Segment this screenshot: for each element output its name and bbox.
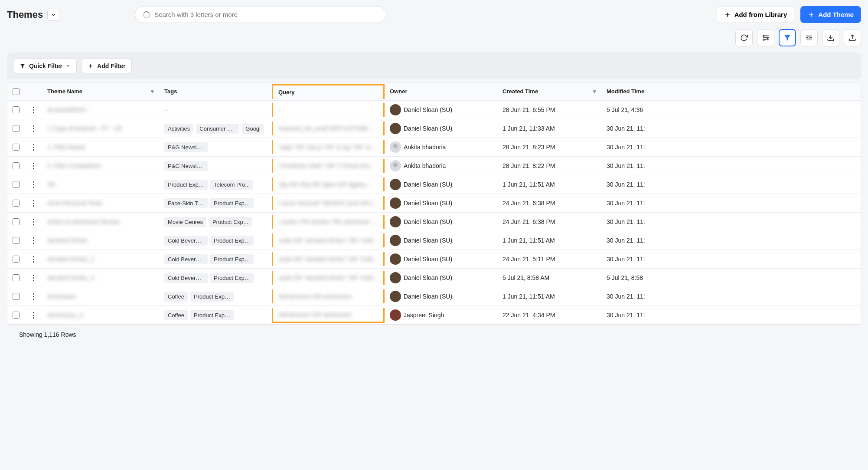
row-actions-button[interactable]: [33, 181, 34, 188]
table-row[interactable]: Action & Adventure MoviesMovie GenresPro…: [7, 213, 861, 231]
column-theme-name[interactable]: Theme Name ▾: [42, 85, 159, 98]
filter-toggle-button[interactable]: [779, 29, 796, 46]
tag-chip[interactable]: P&G Newslet...: [164, 161, 208, 171]
row-actions-button[interactable]: [33, 237, 34, 244]
row-checkbox[interactable]: [13, 274, 20, 281]
query-cell: #Americano OR americano: [272, 289, 385, 303]
row-actions-button[interactable]: [33, 219, 34, 225]
table-row[interactable]: AmericanoCoffeeProduct Expe...#Americano…: [7, 287, 861, 306]
table-row[interactable]: 3GProduct Expe...Telecom Pro...(3g OR #3…: [7, 175, 861, 194]
select-all-checkbox[interactable]: [13, 88, 20, 95]
column-modified-time[interactable]: Modified Time: [601, 85, 653, 98]
table-row[interactable]: 1 Copy of Android - PT - CEActivitiesCon…: [7, 119, 861, 138]
column-created-time[interactable]: Created Time ▾: [497, 85, 601, 98]
add-theme-button[interactable]: Add Theme: [800, 6, 861, 23]
tag-chip[interactable]: Activities: [164, 124, 193, 134]
title-dropdown-button[interactable]: [47, 9, 59, 21]
table-row[interactable]: #LearnWithSU----Daniel Sloan (SU)28 Jun …: [7, 101, 861, 119]
tag-chip[interactable]: Googl: [242, 124, 264, 134]
row-checkbox[interactable]: [13, 312, 20, 319]
columns-button[interactable]: [800, 29, 818, 46]
row-actions-button[interactable]: [33, 275, 34, 281]
theme-name: 3G: [47, 181, 55, 188]
row-checkbox[interactable]: [13, 106, 20, 113]
row-actions-button[interactable]: [33, 144, 34, 151]
upload-button[interactable]: [844, 29, 861, 46]
table-row[interactable]: 2. P&G CompetitorsP&G Newslet...("Kimber…: [7, 157, 861, 175]
tag-chip[interactable]: Product Expe...: [210, 273, 254, 283]
sliders-icon: [762, 34, 770, 42]
row-checkbox[interactable]: [13, 293, 20, 300]
row-actions-button[interactable]: [33, 107, 34, 113]
tag-chip[interactable]: Cold Beverag...: [164, 254, 208, 264]
theme-name: Aerated Drinks_2: [47, 256, 94, 263]
settings-button[interactable]: [757, 29, 774, 46]
row-checkbox[interactable]: [13, 144, 20, 151]
owner-cell: Daniel Sloan (SU): [385, 213, 497, 231]
row-checkbox[interactable]: [13, 162, 20, 169]
avatar: [390, 309, 401, 321]
tag-chip[interactable]: Coffee: [164, 310, 188, 320]
row-actions-button[interactable]: [33, 293, 34, 300]
modified-time-cell: 30 Jun 21, 11:: [601, 159, 653, 173]
table-row[interactable]: Aerated Drinks_3Cold Beverag...Product E…: [7, 269, 861, 287]
tags-cell: P&G Newslet...: [159, 139, 272, 156]
column-query[interactable]: Query: [272, 84, 385, 99]
owner-cell: Daniel Sloan (SU): [385, 269, 497, 287]
row-checkbox[interactable]: [13, 237, 20, 244]
row-checkbox[interactable]: [13, 256, 20, 263]
owner-cell: Ankita bhadoria: [385, 138, 497, 156]
search-box[interactable]: [135, 6, 386, 23]
column-tags[interactable]: Tags: [159, 85, 272, 98]
tag-chip[interactable]: Product Expe...: [210, 236, 254, 246]
table-row[interactable]: 1. P&G BrandP&G Newslet..."p&g" OR "p& g…: [7, 138, 861, 157]
row-actions-button[interactable]: [33, 312, 34, 319]
refresh-button[interactable]: [735, 29, 753, 46]
add-from-library-button[interactable]: Add from Library: [717, 6, 795, 23]
owner-cell: Daniel Sloan (SU): [385, 231, 497, 250]
tag-chip[interactable]: Product Expe...: [210, 198, 254, 208]
table-row[interactable]: Acne Removal ToolsFace-Skin To...Product…: [7, 194, 861, 213]
query-cell: ("Kimberly Clark" OR "L'Oreal Gro...: [272, 159, 385, 173]
table-row[interactable]: Aerated DrinksCold Beverag...Product Exp…: [7, 231, 861, 250]
modified-time-cell: 30 Jun 21, 11:: [601, 289, 653, 303]
avatar: [390, 253, 401, 265]
query-cell: soda OR "aerated drinks" OR "cold...: [272, 233, 385, 247]
row-actions-button[interactable]: [33, 163, 34, 169]
row-checkbox[interactable]: [13, 181, 20, 188]
tag-chip[interactable]: Product Expe...: [190, 292, 234, 302]
tag-chip[interactable]: Face-Skin To...: [164, 198, 208, 208]
row-checkbox[interactable]: [13, 200, 20, 207]
search-input[interactable]: [154, 11, 378, 18]
tag-chip[interactable]: Cold Beverag...: [164, 236, 208, 246]
row-checkbox[interactable]: [13, 218, 20, 225]
button-label: Add Filter: [97, 62, 125, 69]
tag-chip[interactable]: P&G Newslet...: [164, 142, 208, 152]
svg-point-7: [763, 35, 764, 36]
avatar: [390, 104, 401, 115]
owner-name: Daniel Sloan (SU): [404, 256, 452, 263]
row-actions-button[interactable]: [33, 200, 34, 207]
tag-chip[interactable]: Telecom Pro...: [210, 180, 253, 190]
tag-chip[interactable]: Cold Beverag...: [164, 273, 208, 283]
table-row[interactable]: Aerated Drinks_2Cold Beverag...Product E…: [7, 250, 861, 269]
created-time-cell: 24 Jun 21, 6:38 PM: [497, 215, 601, 229]
table-row[interactable]: Americano_2CoffeeProduct Expe...#America…: [7, 306, 861, 325]
tag-chip[interactable]: Product Expe...: [210, 254, 254, 264]
quick-filter-button[interactable]: Quick Filter: [13, 59, 77, 73]
add-filter-button[interactable]: Add Filter: [81, 59, 132, 73]
tag-chip[interactable]: Coffee: [164, 292, 188, 302]
tag-chip[interactable]: Movie Genres: [164, 217, 206, 227]
row-checkbox[interactable]: [13, 125, 20, 132]
download-button[interactable]: [822, 29, 839, 46]
tag-chip[interactable]: Product Expe...: [190, 310, 234, 320]
columns-icon: [805, 34, 813, 42]
tag-chip[interactable]: Product Expe...: [209, 217, 252, 227]
loading-spinner-icon: [143, 11, 150, 18]
row-actions-button[interactable]: [33, 125, 34, 132]
row-actions-button[interactable]: [33, 256, 34, 263]
modified-time-cell: 30 Jun 21, 11:: [601, 122, 653, 135]
tag-chip[interactable]: Product Expe...: [164, 180, 208, 190]
tag-chip[interactable]: Consumer El...: [196, 124, 239, 134]
column-owner[interactable]: Owner: [385, 85, 497, 98]
